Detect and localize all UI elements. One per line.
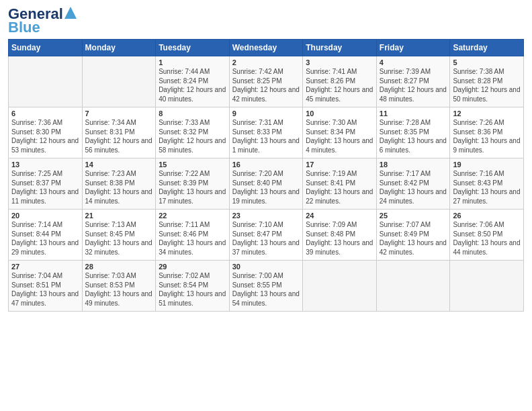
cell-text: Sunrise: 7:20 AMSunset: 8:40 PMDaylight:…	[232, 170, 300, 205]
day-cell	[376, 261, 450, 312]
day-number: 9	[232, 109, 300, 118]
logo-icon	[64, 7, 77, 21]
day-cell: 19Sunrise: 7:16 AMSunset: 8:43 PMDayligh…	[450, 158, 524, 210]
day-number: 7	[85, 109, 153, 118]
col-header-sunday: Sunday	[9, 40, 83, 56]
page-header: General Blue	[8, 7, 524, 35]
day-cell: 12Sunrise: 7:26 AMSunset: 8:36 PMDayligh…	[450, 107, 524, 158]
day-cell	[9, 56, 83, 107]
day-cell: 21Sunrise: 7:13 AMSunset: 8:45 PMDayligh…	[82, 210, 156, 261]
day-number: 19	[453, 161, 521, 169]
day-cell: 20Sunrise: 7:14 AMSunset: 8:44 PMDayligh…	[9, 210, 83, 261]
cell-text: Sunrise: 7:14 AMSunset: 8:44 PMDaylight:…	[11, 221, 79, 256]
page-container: General Blue SundayMondayTuesdayWednesda…	[0, 0, 532, 317]
week-row-4: 20Sunrise: 7:14 AMSunset: 8:44 PMDayligh…	[9, 210, 524, 261]
cell-text: Sunrise: 7:09 AMSunset: 8:48 PMDaylight:…	[306, 221, 373, 256]
cell-text: Sunrise: 7:34 AMSunset: 8:31 PMDaylight:…	[85, 119, 152, 154]
header-row: SundayMondayTuesdayWednesdayThursdayFrid…	[9, 40, 524, 56]
day-number: 29	[159, 263, 226, 271]
day-number: 16	[232, 161, 300, 169]
col-header-friday: Friday	[376, 40, 450, 56]
day-cell: 25Sunrise: 7:07 AMSunset: 8:49 PMDayligh…	[376, 210, 450, 261]
day-number: 17	[306, 161, 373, 169]
day-number: 12	[453, 109, 521, 118]
svg-marker-0	[64, 7, 77, 19]
week-row-1: 1Sunrise: 7:44 AMSunset: 8:24 PMDaylight…	[9, 56, 524, 107]
cell-text: Sunrise: 7:16 AMSunset: 8:43 PMDaylight:…	[453, 170, 520, 205]
logo: General Blue	[8, 7, 77, 35]
day-cell: 14Sunrise: 7:23 AMSunset: 8:38 PMDayligh…	[82, 158, 156, 210]
col-header-thursday: Thursday	[303, 40, 377, 56]
day-number: 18	[380, 161, 447, 169]
calendar-table: SundayMondayTuesdayWednesdayThursdayFrid…	[8, 39, 524, 312]
day-cell: 18Sunrise: 7:17 AMSunset: 8:42 PMDayligh…	[376, 158, 450, 210]
day-cell: 26Sunrise: 7:06 AMSunset: 8:50 PMDayligh…	[450, 210, 524, 261]
day-cell: 9Sunrise: 7:31 AMSunset: 8:33 PMDaylight…	[229, 107, 303, 158]
day-cell: 2Sunrise: 7:42 AMSunset: 8:25 PMDaylight…	[229, 56, 303, 107]
day-cell: 7Sunrise: 7:34 AMSunset: 8:31 PMDaylight…	[82, 107, 156, 158]
logo-blue: Blue	[8, 20, 40, 35]
cell-text: Sunrise: 7:30 AMSunset: 8:34 PMDaylight:…	[306, 119, 373, 154]
col-header-tuesday: Tuesday	[156, 40, 230, 56]
day-cell: 13Sunrise: 7:25 AMSunset: 8:37 PMDayligh…	[9, 158, 83, 210]
cell-text: Sunrise: 7:42 AMSunset: 8:25 PMDaylight:…	[232, 68, 300, 103]
cell-text: Sunrise: 7:19 AMSunset: 8:41 PMDaylight:…	[306, 170, 373, 205]
cell-text: Sunrise: 7:02 AMSunset: 8:54 PMDaylight:…	[159, 272, 226, 307]
col-header-wednesday: Wednesday	[229, 40, 303, 56]
day-cell: 23Sunrise: 7:10 AMSunset: 8:47 PMDayligh…	[229, 210, 303, 261]
day-number: 25	[380, 212, 447, 220]
cell-text: Sunrise: 7:11 AMSunset: 8:46 PMDaylight:…	[159, 221, 226, 256]
day-number: 14	[85, 161, 153, 169]
day-cell: 22Sunrise: 7:11 AMSunset: 8:46 PMDayligh…	[156, 210, 230, 261]
day-cell: 4Sunrise: 7:39 AMSunset: 8:27 PMDaylight…	[376, 56, 450, 107]
day-cell: 29Sunrise: 7:02 AMSunset: 8:54 PMDayligh…	[156, 261, 230, 312]
day-number: 3	[306, 58, 373, 66]
day-cell	[303, 261, 377, 312]
week-row-2: 6Sunrise: 7:36 AMSunset: 8:30 PMDaylight…	[9, 107, 524, 158]
day-number: 23	[232, 212, 300, 220]
day-number: 1	[159, 58, 226, 66]
day-cell: 16Sunrise: 7:20 AMSunset: 8:40 PMDayligh…	[229, 158, 303, 210]
day-number: 4	[380, 58, 447, 66]
cell-text: Sunrise: 7:39 AMSunset: 8:27 PMDaylight:…	[380, 68, 447, 103]
day-cell: 28Sunrise: 7:03 AMSunset: 8:53 PMDayligh…	[82, 261, 156, 312]
cell-text: Sunrise: 7:31 AMSunset: 8:33 PMDaylight:…	[232, 119, 300, 154]
day-cell: 17Sunrise: 7:19 AMSunset: 8:41 PMDayligh…	[303, 158, 377, 210]
cell-text: Sunrise: 7:03 AMSunset: 8:53 PMDaylight:…	[85, 272, 152, 307]
day-number: 11	[380, 109, 447, 118]
day-number: 21	[85, 212, 153, 220]
cell-text: Sunrise: 7:22 AMSunset: 8:39 PMDaylight:…	[159, 170, 226, 205]
cell-text: Sunrise: 7:06 AMSunset: 8:50 PMDaylight:…	[453, 221, 520, 256]
day-number: 5	[453, 58, 521, 66]
day-number: 13	[11, 161, 79, 169]
day-number: 22	[159, 212, 226, 220]
day-number: 27	[11, 263, 79, 271]
cell-text: Sunrise: 7:41 AMSunset: 8:26 PMDaylight:…	[306, 68, 373, 103]
cell-text: Sunrise: 7:23 AMSunset: 8:38 PMDaylight:…	[85, 170, 152, 205]
week-row-5: 27Sunrise: 7:04 AMSunset: 8:51 PMDayligh…	[9, 261, 524, 312]
day-number: 28	[85, 263, 153, 271]
day-cell: 15Sunrise: 7:22 AMSunset: 8:39 PMDayligh…	[156, 158, 230, 210]
cell-text: Sunrise: 7:28 AMSunset: 8:35 PMDaylight:…	[380, 119, 447, 154]
day-cell: 11Sunrise: 7:28 AMSunset: 8:35 PMDayligh…	[376, 107, 450, 158]
day-cell	[82, 56, 156, 107]
day-number: 8	[159, 109, 226, 118]
cell-text: Sunrise: 7:26 AMSunset: 8:36 PMDaylight:…	[453, 119, 520, 154]
day-cell: 6Sunrise: 7:36 AMSunset: 8:30 PMDaylight…	[9, 107, 83, 158]
day-cell: 3Sunrise: 7:41 AMSunset: 8:26 PMDaylight…	[303, 56, 377, 107]
cell-text: Sunrise: 7:36 AMSunset: 8:30 PMDaylight:…	[11, 119, 79, 154]
day-number: 6	[11, 109, 79, 118]
day-number: 20	[11, 212, 79, 220]
col-header-monday: Monday	[82, 40, 156, 56]
day-number: 26	[453, 212, 521, 220]
cell-text: Sunrise: 7:04 AMSunset: 8:51 PMDaylight:…	[11, 272, 79, 307]
day-cell: 1Sunrise: 7:44 AMSunset: 8:24 PMDaylight…	[156, 56, 230, 107]
day-number: 30	[232, 263, 300, 271]
cell-text: Sunrise: 7:33 AMSunset: 8:32 PMDaylight:…	[159, 119, 226, 154]
day-cell: 8Sunrise: 7:33 AMSunset: 8:32 PMDaylight…	[156, 107, 230, 158]
week-row-3: 13Sunrise: 7:25 AMSunset: 8:37 PMDayligh…	[9, 158, 524, 210]
cell-text: Sunrise: 7:17 AMSunset: 8:42 PMDaylight:…	[380, 170, 447, 205]
cell-text: Sunrise: 7:07 AMSunset: 8:49 PMDaylight:…	[380, 221, 447, 256]
day-cell: 27Sunrise: 7:04 AMSunset: 8:51 PMDayligh…	[9, 261, 83, 312]
day-number: 24	[306, 212, 373, 220]
